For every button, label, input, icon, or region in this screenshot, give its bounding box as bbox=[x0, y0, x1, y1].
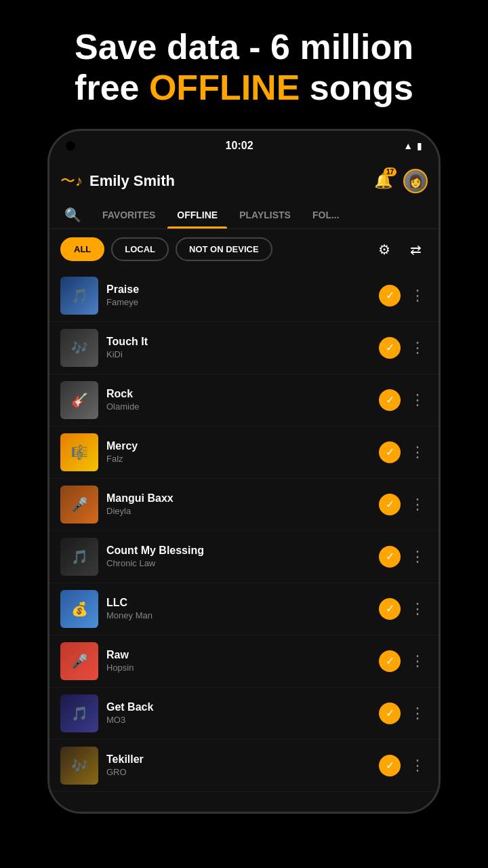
song-title: Mercy bbox=[106, 440, 371, 452]
promo-line2-before: free bbox=[75, 68, 149, 107]
promo-section: Save data - 6 million free OFFLINE songs bbox=[0, 0, 488, 129]
list-item[interactable]: 💰 LLC Money Man ✓ ⋮ bbox=[49, 583, 439, 635]
more-options-button[interactable]: ⋮ bbox=[407, 754, 428, 777]
shuffle-icon: ⇄ bbox=[410, 241, 422, 258]
song-title: Count My Blessing bbox=[106, 545, 371, 557]
song-artist: Fameye bbox=[106, 297, 371, 307]
list-item[interactable]: 🎶 Tekiller GRO ✓ ⋮ bbox=[49, 740, 439, 792]
more-options-button[interactable]: ⋮ bbox=[407, 493, 428, 516]
promo-offline-word: OFFLINE bbox=[149, 68, 300, 107]
song-title: LLC bbox=[106, 597, 371, 609]
song-actions: ✓ ⋮ bbox=[379, 545, 428, 568]
shuffle-button[interactable]: ⇄ bbox=[403, 237, 428, 262]
song-actions: ✓ ⋮ bbox=[379, 389, 428, 412]
download-check-button[interactable]: ✓ bbox=[379, 389, 401, 411]
more-options-button[interactable]: ⋮ bbox=[407, 441, 428, 464]
status-bar: 10:02 ▲ ▮ bbox=[49, 131, 439, 161]
download-check-button[interactable]: ✓ bbox=[379, 755, 401, 776]
check-icon: ✓ bbox=[386, 654, 394, 667]
check-icon: ✓ bbox=[386, 393, 394, 406]
download-check-button[interactable]: ✓ bbox=[379, 546, 401, 568]
phone-mockup: 10:02 ▲ ▮ 〜♪ Emily Smith 🔔 17 👩 🔍 bbox=[47, 129, 441, 814]
check-icon: ✓ bbox=[386, 602, 394, 615]
more-options-button[interactable]: ⋮ bbox=[407, 389, 428, 412]
song-artist: Money Man bbox=[106, 610, 371, 620]
download-check-button[interactable]: ✓ bbox=[379, 285, 401, 307]
more-options-button[interactable]: ⋮ bbox=[407, 284, 428, 307]
song-info: Raw Hopsin bbox=[106, 649, 371, 673]
search-button[interactable]: 🔍 bbox=[60, 203, 85, 227]
song-title: Get Back bbox=[106, 701, 371, 713]
list-item[interactable]: 🎵 Count My Blessing Chronic Law ✓ ⋮ bbox=[49, 531, 439, 583]
check-icon: ✓ bbox=[386, 707, 394, 719]
song-actions: ✓ ⋮ bbox=[379, 702, 428, 725]
song-info: Get Back MO3 bbox=[106, 701, 371, 725]
song-title: Mangui Baxx bbox=[106, 492, 371, 505]
filter-not-on-device-button[interactable]: NOT ON DEVICE bbox=[176, 237, 272, 261]
avatar[interactable]: 👩 bbox=[403, 169, 428, 193]
tab-following[interactable]: FOL... bbox=[303, 201, 349, 229]
song-artist: Hopsin bbox=[106, 663, 371, 673]
song-actions: ✓ ⋮ bbox=[379, 284, 428, 307]
list-item[interactable]: 🎼 Mercy Falz ✓ ⋮ bbox=[49, 427, 439, 479]
song-info: LLC Money Man bbox=[106, 597, 371, 620]
song-art: 🎵 bbox=[60, 694, 98, 732]
song-artist: Falz bbox=[106, 454, 371, 464]
phone-screen: 〜♪ Emily Smith 🔔 17 👩 🔍 FAVORITES OFFLIN… bbox=[49, 161, 439, 812]
song-actions: ✓ ⋮ bbox=[379, 441, 428, 464]
more-options-button[interactable]: ⋮ bbox=[407, 597, 428, 620]
song-art: 🎸 bbox=[60, 381, 98, 419]
song-art: 🎶 bbox=[60, 329, 98, 367]
song-title: Praise bbox=[106, 283, 371, 296]
tab-playlists[interactable]: PLAYLISTS bbox=[230, 201, 300, 229]
promo-text: Save data - 6 million free OFFLINE songs bbox=[20, 27, 468, 108]
song-info: Tekiller GRO bbox=[106, 753, 371, 777]
settings-button[interactable]: ⚙ bbox=[372, 237, 396, 262]
check-icon: ✓ bbox=[386, 550, 394, 563]
download-check-button[interactable]: ✓ bbox=[379, 598, 401, 620]
song-info: Praise Fameye bbox=[106, 283, 371, 307]
song-art: 💰 bbox=[60, 590, 98, 628]
song-actions: ✓ ⋮ bbox=[379, 493, 428, 516]
check-icon: ✓ bbox=[386, 289, 394, 302]
song-artist: Chronic Law bbox=[106, 558, 371, 568]
status-icons: ▲ ▮ bbox=[403, 140, 422, 151]
check-icon: ✓ bbox=[386, 446, 394, 458]
list-item[interactable]: 🎸 Rock Olamide ✓ ⋮ bbox=[49, 374, 439, 427]
download-check-button[interactable]: ✓ bbox=[379, 441, 401, 463]
list-item[interactable]: 🎵 Praise Fameye ✓ ⋮ bbox=[49, 270, 439, 322]
filter-row: ALL LOCAL NOT ON DEVICE ⚙ ⇄ bbox=[49, 229, 439, 270]
list-item[interactable]: 🎤 Mangui Baxx Dieyla ✓ ⋮ bbox=[49, 479, 439, 531]
song-list: 🎵 Praise Fameye ✓ ⋮ 🎶 Touch It KiDi ✓ ⋮ bbox=[49, 270, 439, 812]
tab-favorites[interactable]: FAVORITES bbox=[93, 201, 165, 229]
song-title: Tekiller bbox=[106, 753, 371, 766]
status-time: 10:02 bbox=[226, 140, 253, 152]
more-options-button[interactable]: ⋮ bbox=[407, 650, 428, 673]
song-info: Touch It KiDi bbox=[106, 336, 371, 359]
song-actions: ✓ ⋮ bbox=[379, 336, 428, 359]
download-check-button[interactable]: ✓ bbox=[379, 703, 401, 724]
notification-button[interactable]: 🔔 17 bbox=[371, 169, 395, 193]
more-options-button[interactable]: ⋮ bbox=[407, 336, 428, 359]
filter-local-button[interactable]: LOCAL bbox=[111, 237, 169, 261]
song-actions: ✓ ⋮ bbox=[379, 650, 428, 673]
list-item[interactable]: 🎵 Get Back MO3 ✓ ⋮ bbox=[49, 688, 439, 740]
song-info: Mercy Falz bbox=[106, 440, 371, 464]
download-check-button[interactable]: ✓ bbox=[379, 337, 401, 359]
more-options-button[interactable]: ⋮ bbox=[407, 702, 428, 725]
download-check-button[interactable]: ✓ bbox=[379, 494, 401, 515]
promo-line1: Save data - 6 million bbox=[75, 27, 413, 66]
song-artist: KiDi bbox=[106, 349, 371, 359]
filter-all-button[interactable]: ALL bbox=[60, 237, 104, 261]
list-item[interactable]: 🎶 Touch It KiDi ✓ ⋮ bbox=[49, 322, 439, 374]
list-item[interactable]: 🎤 Raw Hopsin ✓ ⋮ bbox=[49, 635, 439, 688]
promo-line2-after: songs bbox=[300, 68, 413, 107]
song-art: 🎤 bbox=[60, 642, 98, 680]
top-bar: 〜♪ Emily Smith 🔔 17 👩 bbox=[49, 161, 439, 201]
more-options-button[interactable]: ⋮ bbox=[407, 545, 428, 568]
top-bar-actions: 🔔 17 👩 bbox=[371, 169, 428, 193]
download-check-button[interactable]: ✓ bbox=[379, 650, 401, 672]
gear-icon: ⚙ bbox=[378, 241, 390, 258]
check-icon: ✓ bbox=[386, 498, 394, 511]
tab-offline[interactable]: OFFLINE bbox=[167, 201, 227, 229]
